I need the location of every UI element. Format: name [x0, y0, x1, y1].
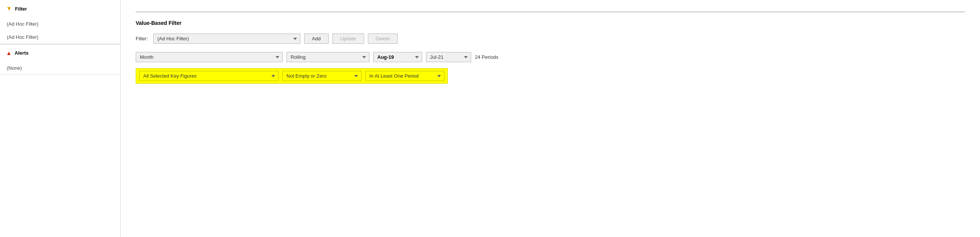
alert-icon: ▲ — [6, 50, 12, 56]
section-title: Value-Based Filter — [136, 20, 965, 26]
main-content: Value-Based Filter Filter: (Ad Hoc Filte… — [121, 0, 980, 237]
alerts-section: ▲ Alerts (None) — [0, 44, 120, 75]
rolling-dropdown[interactable]: Rolling — [286, 52, 369, 62]
filter-header: ▼ Filter — [0, 0, 120, 17]
date-end-dropdown[interactable]: Jul-21 — [426, 52, 471, 62]
key-figures-dropdown[interactable]: All Selected Key Figures — [139, 71, 278, 81]
filter-row: Filter: (Ad Hoc Filter) Add Update Delet… — [136, 33, 965, 44]
add-button[interactable]: Add — [304, 33, 329, 44]
ad-hoc-filter-2[interactable]: (Ad Hoc Filter) — [0, 30, 120, 44]
filter-dropdown[interactable]: (Ad Hoc Filter) — [153, 33, 301, 44]
period-condition-dropdown[interactable]: In At Least One Period — [365, 71, 444, 81]
filter-icon: ▼ — [6, 5, 12, 12]
periods-count: 24 Periods — [475, 54, 498, 60]
alerts-header-label: Alerts — [15, 50, 29, 56]
controls-row: Month Rolling Aug-19 Jul-21 24 Periods — [136, 52, 965, 62]
date-start-dropdown[interactable]: Aug-19 — [373, 52, 422, 62]
yellow-filter-row: All Selected Key Figures Not Empty or Ze… — [136, 68, 448, 84]
filter-label: Filter: — [136, 36, 148, 41]
alerts-header: ▲ Alerts — [0, 44, 120, 61]
ad-hoc-filter-1[interactable]: (Ad Hoc Filter) — [0, 17, 120, 30]
delete-button[interactable]: Delete — [368, 33, 398, 44]
filter-section: ▼ Filter (Ad Hoc Filter) (Ad Hoc Filter) — [0, 0, 120, 44]
condition-dropdown[interactable]: Not Empty or Zero — [282, 71, 361, 81]
alerts-none: (None) — [0, 61, 120, 75]
update-button[interactable]: Update — [332, 33, 364, 44]
filter-header-label: Filter — [15, 6, 27, 12]
period-type-dropdown[interactable]: Month — [136, 52, 283, 62]
sidebar: ▼ Filter (Ad Hoc Filter) (Ad Hoc Filter)… — [0, 0, 121, 237]
